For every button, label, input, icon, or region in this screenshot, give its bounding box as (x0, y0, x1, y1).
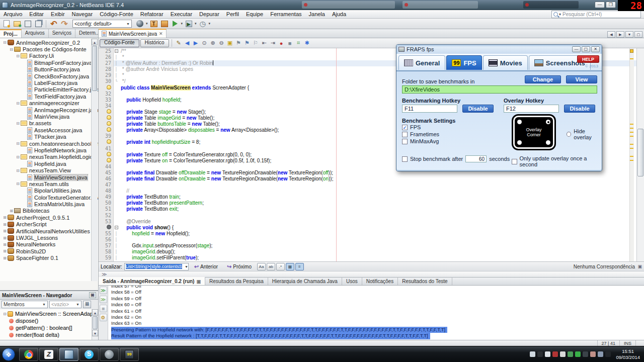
ant-settings-icon[interactable]: ⚙ (100, 314, 107, 321)
code-line[interactable]: 47 (99, 182, 644, 188)
tree-item[interactable]: ⊟nexusTeam.View (0, 167, 98, 173)
warning-mark[interactable] (630, 148, 633, 149)
start-macro-icon[interactable]: ● (277, 39, 286, 47)
maximize-button[interactable]: ▢ (582, 46, 590, 52)
warning-bulb-icon[interactable] (107, 152, 111, 156)
warning-bulb-icon[interactable] (107, 139, 111, 144)
tree-item[interactable]: ⊞SpaceFighter 0.1 (0, 255, 98, 261)
checkbox-fps[interactable]: ✓FPS (402, 124, 439, 130)
previous-bookmark-icon[interactable]: ⚑ (234, 39, 243, 47)
navigator-member[interactable]: getPattern() : boolean[] (2, 324, 98, 331)
fraps-tab-fps[interactable]: 99FPS (446, 55, 481, 70)
overlay-hotkey-field[interactable]: F12 (504, 105, 559, 113)
warning-mark[interactable] (630, 156, 633, 157)
find-selection-icon[interactable]: ⊙ (200, 39, 209, 47)
warning-bulb-icon[interactable] (107, 127, 111, 132)
stop-benchmark-option[interactable]: Stop benchmark after 60 seconds (402, 155, 510, 162)
redo-button[interactable]: ↷ (60, 20, 69, 28)
expander-icon[interactable]: ⊟ (15, 54, 21, 58)
panel-tab-proj[interactable]: Proj... (0, 29, 22, 38)
tab-mainviewscreen[interactable]: MainViewScreen.java ✕ (99, 29, 167, 38)
menu-ferramentas[interactable]: Ferramentas (267, 11, 305, 18)
warning-bulb-icon[interactable] (107, 158, 111, 162)
tree-item[interactable]: TPacker.java (0, 133, 98, 140)
taskbar-item-xfire[interactable]: Z (39, 348, 58, 361)
tree-item[interactable]: ButtonFactory.java (0, 66, 98, 73)
checkbox-minmaxavg[interactable]: MinMaxAvg (402, 138, 439, 144)
rerun-with-options-icon[interactable]: ≫ (100, 296, 107, 303)
tree-item[interactable]: AnnImageRecognizer.java (0, 107, 98, 113)
regex-toggle[interactable]: .* (276, 263, 285, 270)
tree-item[interactable]: ⊞NeuralNetworks (0, 241, 98, 248)
panel-tab-arquivos[interactable]: Arquivos (22, 29, 49, 38)
tree-item[interactable]: ColorTextureGenerator.java (0, 194, 98, 201)
expander-icon[interactable]: ⊞ (2, 222, 8, 227)
stop-icon[interactable]: ■ (100, 305, 107, 312)
output-tab-usos[interactable]: Usos (342, 277, 362, 285)
find-combobox[interactable]: List<String>(style.contentsStyle); ▼ (124, 263, 189, 270)
tray-red-app-icon[interactable] (552, 351, 558, 357)
scrollbar-thumb[interactable] (92, 46, 97, 91)
warnings-summary-icon[interactable] (630, 49, 633, 53)
tree-item[interactable]: ⊞ArtificialNeuralNetworkUtilities (0, 228, 98, 234)
expander-icon[interactable]: ⊟ (2, 312, 8, 316)
disable-overlay-hotkey-button[interactable]: Disable (564, 105, 595, 113)
menu-c-digo-fonte[interactable]: Código-Fonte (96, 11, 137, 18)
new-project-button[interactable] (13, 20, 22, 28)
new-file-button[interactable] (2, 20, 11, 28)
tree-item[interactable]: ⊟br.assets (0, 120, 98, 127)
tree-item[interactable]: Hopfield.java (0, 160, 98, 167)
close-icon[interactable]: ▣ (637, 264, 642, 269)
code-line[interactable]: − public void show() { (99, 225, 644, 231)
tree-item[interactable]: ⊟nexusTeam.utils (0, 180, 98, 187)
tree-item[interactable]: ⊟com.heatonresearch.book.introneuralnet (0, 140, 98, 147)
close-icon[interactable]: ▣ (196, 279, 201, 284)
tree-item[interactable]: ExtraMatrixUtils.java (0, 201, 98, 207)
menu-perfil[interactable]: Perfil (223, 11, 243, 18)
checkbox-frametimes[interactable]: Frametimes (402, 131, 439, 137)
tray-pink-app-icon[interactable] (590, 351, 596, 357)
menu-arquivo[interactable]: Arquivo (0, 11, 26, 18)
scroll-up-icon[interactable]: ▲ (92, 39, 98, 45)
save-button[interactable] (23, 20, 32, 28)
warning-mark[interactable] (630, 160, 633, 161)
clean-build-button[interactable] (135, 20, 144, 28)
expander-icon[interactable]: ⊟ (9, 47, 14, 52)
warning-bulb-icon[interactable] (107, 109, 111, 114)
code-line[interactable]: 46 private final Drawable onDrawable = n… (99, 176, 644, 182)
taskbar-item-netbeans[interactable] (59, 348, 78, 361)
taskbar-item-fraps[interactable]: 99 (120, 348, 139, 361)
filters-icon[interactable]: ▦ (83, 301, 91, 308)
tray-green-app-icon[interactable] (568, 351, 573, 357)
tray-window-app-icon[interactable] (583, 351, 588, 357)
menu-ajuda[interactable]: Ajuda (329, 11, 350, 18)
tray-volume-icon[interactable] (545, 351, 550, 357)
scroll-up-icon[interactable]: ▲ (92, 309, 98, 316)
scroll-tabs-right-icon[interactable]: ▶ (616, 31, 624, 38)
expander-icon[interactable]: ⊟ (15, 168, 21, 173)
menu-equipe[interactable]: Equipe (243, 11, 267, 18)
menu-refatorar[interactable]: Refatorar (137, 11, 167, 18)
expander-icon[interactable]: ⊞ (2, 249, 8, 253)
find-next-icon[interactable]: ⊕ (209, 39, 217, 47)
warning-bulb-icon[interactable] (107, 85, 111, 89)
filter-combobox[interactable]: <vazio>▼ (49, 301, 82, 308)
output-tab-resultados-da-pesquisa[interactable]: Resultados da Pesquisa (205, 277, 268, 285)
match-case-toggle[interactable]: Aa (257, 263, 266, 270)
wrap-search-toggle[interactable]: ≡ (295, 263, 304, 270)
expander-icon[interactable]: ⊟ (15, 155, 21, 159)
tree-item[interactable]: TextFieldFactory.java (0, 93, 98, 100)
save-all-button[interactable] (34, 20, 43, 28)
expander-icon[interactable]: ⊟ (15, 101, 21, 106)
warning-mark[interactable] (630, 128, 633, 129)
output-tab-notifica-es[interactable]: Notificações (362, 277, 398, 285)
warning-mark[interactable] (630, 144, 633, 145)
fraps-titlebar[interactable]: FRAPS fps — ▢ ✕ (396, 45, 602, 54)
benchmark-hotkey-field[interactable]: F11 (402, 105, 457, 113)
tree-item[interactable]: BitmapFontFactory.java (0, 59, 98, 66)
code-line[interactable]: 50 private TextButton presentPattern; (99, 200, 644, 206)
tree-item[interactable]: ⊞LWJGL_Lessons (0, 234, 98, 241)
expander-icon[interactable]: ⊞ (2, 236, 8, 240)
fraps-tab-movies[interactable]: Movies (483, 55, 528, 70)
close-icon[interactable]: ✕ (591, 46, 600, 52)
